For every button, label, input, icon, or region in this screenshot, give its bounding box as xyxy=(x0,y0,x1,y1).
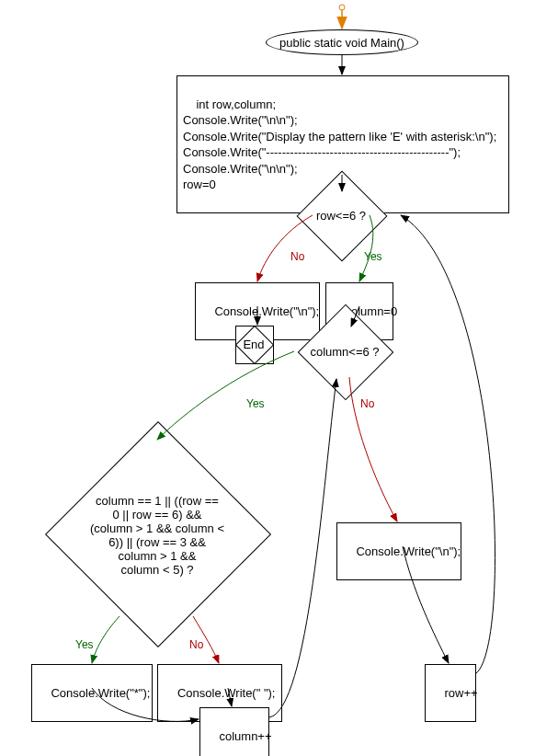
flow-start-label: public static void Main() xyxy=(279,36,404,50)
flow-row-newline-label: Console.Write("\n"); xyxy=(356,544,461,558)
flow-dec-cond-label: column == 1 || ((row == 0 || row == 6) &… xyxy=(90,494,224,577)
edge-label-cond-yes: Yes xyxy=(75,638,94,651)
edge-label-cond-no: No xyxy=(189,638,203,651)
flow-dec-row: row<=6 ? xyxy=(281,189,401,241)
edge-label-row-yes: Yes xyxy=(364,250,382,263)
flow-end-label: End xyxy=(243,338,264,351)
flow-dec-col: column<=6 ? xyxy=(271,326,418,377)
flow-final-newline-label: Console.Write("\n"); xyxy=(214,304,319,318)
flow-dec-row-label: row<=6 ? xyxy=(316,209,366,223)
flow-start: public static void Main() xyxy=(266,29,418,55)
flow-dec-col-label: column<=6 ? xyxy=(310,345,379,359)
flow-write-space-label: Console.Write(" "); xyxy=(177,686,276,700)
flow-end: End xyxy=(235,326,272,362)
edge-label-row-no: No xyxy=(290,250,304,263)
flow-row-inc-label: row++ xyxy=(444,686,477,700)
flow-col-inc: column++ xyxy=(199,707,269,756)
edge-label-col-yes: Yes xyxy=(246,397,265,410)
flow-row-inc: row++ xyxy=(425,664,476,722)
svg-point-1 xyxy=(339,5,345,10)
flow-col-inc-label: column++ xyxy=(219,729,271,743)
flow-write-star: Console.Write("*"); xyxy=(31,664,153,722)
edge-label-col-no: No xyxy=(360,397,374,410)
flow-row-newline: Console.Write("\n"); xyxy=(336,522,461,580)
flow-dec-cond: column == 1 || ((row == 0 || row == 6) &… xyxy=(37,436,278,635)
flow-write-star-label: Console.Write("*"); xyxy=(51,686,150,700)
